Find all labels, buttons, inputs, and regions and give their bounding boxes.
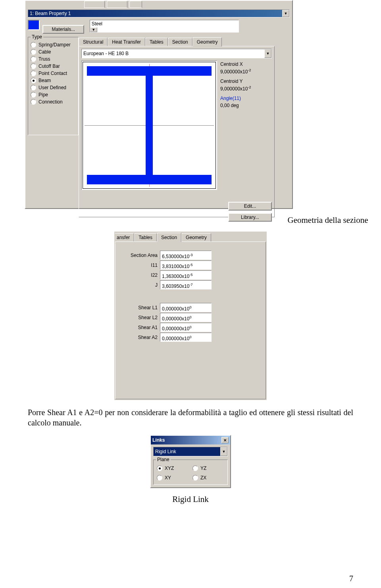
- chevron-down-icon[interactable]: ▼: [282, 10, 289, 17]
- library-button[interactable]: Library...: [228, 213, 272, 222]
- field-row: Section Area6,530000x10-3: [118, 251, 212, 260]
- tab-heat-transfer[interactable]: Heat Transfer: [108, 38, 145, 46]
- material-value: Steel: [90, 20, 104, 27]
- tab-tables[interactable]: Tables: [134, 233, 157, 241]
- tab-geometry[interactable]: Geometry: [181, 233, 211, 241]
- radio-dot: [31, 49, 36, 55]
- type-radio-spring-damper[interactable]: Spring/Damper: [31, 41, 76, 48]
- field-value[interactable]: 3,831000x10-5: [160, 260, 212, 270]
- edit-button[interactable]: Edit...: [228, 202, 272, 211]
- top-faux-tabs: [25, 1, 292, 7]
- field-value[interactable]: 1,363000x10-5: [160, 270, 212, 280]
- field-row: J3,603950x10-7: [118, 280, 212, 289]
- color-swatch[interactable]: [28, 20, 40, 30]
- field-value[interactable]: 0,000000x100: [160, 333, 212, 342]
- field-label: Section Area: [131, 253, 158, 258]
- faux-tab: [84, 1, 105, 8]
- radio-dot: [31, 99, 36, 105]
- field-label: Shear A2: [138, 335, 158, 340]
- section-panel: Section Area6,530000x10-3I113,831000x10-…: [115, 241, 266, 399]
- section-properties-dialog: ansfer Tables Section Geometry Section A…: [114, 232, 267, 400]
- link-type-dropdown[interactable]: Rigid Link ▼: [153, 447, 228, 456]
- radio-dot: [31, 78, 36, 83]
- type-radio-truss[interactable]: Truss: [31, 56, 76, 63]
- beam-section-preview: [81, 61, 217, 190]
- material-dropdown[interactable]: Steel ▼: [90, 20, 239, 33]
- tab-tables[interactable]: Tables: [145, 38, 168, 46]
- close-icon[interactable]: ✕: [221, 437, 229, 443]
- field-label: Shear L2: [138, 315, 158, 320]
- field-row: Shear A20,000000x100: [118, 333, 212, 342]
- paragraph-shear: Porre Shear A1 e A2=0 per non considerar…: [28, 407, 353, 428]
- radio-label: Cutoff Bar: [38, 63, 60, 69]
- field-label: I11: [151, 262, 158, 268]
- radio-label: Pipe: [38, 92, 48, 98]
- chevron-down-icon[interactable]: ▼: [220, 447, 227, 456]
- angle-label[interactable]: Angle(11): [220, 95, 272, 102]
- type-radio-point-contact[interactable]: Point Contact: [31, 70, 76, 77]
- radio-dot: [192, 475, 198, 481]
- faux-tab: [107, 1, 127, 8]
- centroid-y-value: 9,000000x10-2: [220, 85, 272, 92]
- property-dropdown[interactable]: 1: Beam Property 1 ▼: [28, 10, 290, 17]
- field-label: J: [155, 282, 158, 288]
- links-palette: Links ✕ Rigid Link ▼ Plane XYZYZXYZX: [150, 435, 231, 488]
- links-titlebar: Links ✕: [151, 436, 230, 444]
- radio-dot: [192, 465, 198, 471]
- radio-label: User Defined: [38, 85, 66, 90]
- tab-structural[interactable]: Structural: [79, 38, 108, 46]
- geometry-panel: European - HE 180 B ▼ Centroid X: [79, 46, 275, 217]
- radio-dot: [31, 92, 36, 98]
- plane-radio-xy[interactable]: XY: [157, 474, 189, 481]
- type-radio-user-defined[interactable]: User Defined: [31, 84, 76, 91]
- plane-radio-xyz[interactable]: XYZ: [157, 465, 189, 472]
- field-label: Shear A1: [138, 325, 158, 330]
- type-group: Type Spring/DamperCableTrussCutoff BarPo…: [28, 37, 79, 135]
- chevron-down-icon[interactable]: ▼: [264, 49, 271, 58]
- radio-dot: [31, 71, 36, 76]
- field-label: I22: [151, 272, 158, 278]
- angle-value: 0,00 deg: [220, 102, 272, 109]
- type-radio-cutoff-bar[interactable]: Cutoff Bar: [31, 63, 76, 70]
- radio-dot: [31, 63, 36, 69]
- type-radio-pipe[interactable]: Pipe: [31, 91, 76, 98]
- field-row: Shear L10,000000x100: [118, 303, 212, 312]
- type-radio-cable[interactable]: Cable: [31, 48, 76, 56]
- radio-dot: [31, 42, 36, 48]
- plane-radio-yz[interactable]: YZ: [192, 465, 224, 472]
- field-row: I113,831000x10-5: [118, 260, 212, 270]
- field-label: Shear L1: [138, 305, 158, 310]
- materials-button[interactable]: Materials...: [42, 25, 84, 34]
- radio-label: XYZ: [165, 465, 174, 471]
- tab-geometry[interactable]: Geometry: [192, 37, 222, 46]
- tab-row: Structural Heat Transfer Tables Section …: [79, 37, 275, 46]
- field-value[interactable]: 6,530000x10-3: [160, 251, 212, 260]
- tab-transfer-partial[interactable]: ansfer: [115, 233, 134, 241]
- page-number: 7: [349, 574, 353, 583]
- beam-property-dialog: 1: Beam Property 1 ▼ Materials... Steel …: [25, 0, 293, 209]
- faux-tab: [129, 1, 142, 8]
- field-value[interactable]: 0,000000x100: [160, 313, 212, 322]
- link-type-value: Rigid Link: [154, 447, 220, 456]
- field-row: Shear A10,000000x100: [118, 323, 212, 332]
- section-properties: Centroid X 9,000000x10-2 Centroid Y 9,00…: [220, 61, 272, 190]
- plane-group: Plane XYZYZXYZX: [153, 460, 228, 485]
- type-radio-connection[interactable]: Connection: [31, 98, 76, 105]
- field-value[interactable]: 0,000000x100: [160, 323, 212, 332]
- radio-label: Point Contact: [38, 71, 67, 76]
- tab-section[interactable]: Section: [168, 38, 192, 46]
- radio-label: Spring/Damper: [38, 42, 71, 48]
- radio-dot: [31, 85, 36, 90]
- chevron-down-icon[interactable]: ▼: [90, 27, 97, 32]
- type-radio-beam[interactable]: Beam: [31, 77, 76, 84]
- section-dropdown[interactable]: European - HE 180 B ▼: [81, 49, 272, 58]
- radio-label: Truss: [38, 56, 50, 62]
- field-value[interactable]: 3,603950x10-7: [160, 280, 212, 289]
- tab-section[interactable]: Section: [157, 233, 181, 242]
- radio-label: XY: [165, 475, 171, 481]
- radio-label: Connection: [38, 99, 63, 105]
- radio-dot: [157, 465, 162, 471]
- field-value[interactable]: 0,000000x100: [160, 303, 212, 312]
- radio-label: YZ: [200, 465, 206, 471]
- plane-radio-zx[interactable]: ZX: [192, 474, 224, 481]
